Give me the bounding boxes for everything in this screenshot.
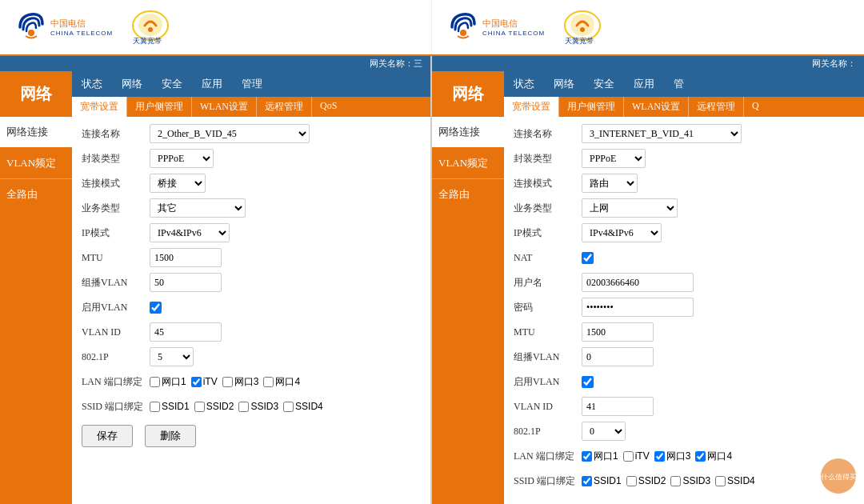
left-ip-select[interactable]: IPv4&IPv6 — [150, 223, 230, 242]
left-lan-port4[interactable]: 网口4 — [263, 375, 300, 389]
left-dot1p-select[interactable]: 5 — [150, 347, 194, 366]
left-nav-app[interactable]: 应用 — [192, 71, 232, 97]
right-mtu-input[interactable] — [582, 322, 654, 342]
svg-text:天翼宽带: 天翼宽带 — [565, 37, 594, 45]
right-enable-vlan-label: 启用VLAN — [514, 375, 582, 389]
left-sub-remote[interactable]: 远程管理 — [256, 97, 311, 117]
left-nav-network[interactable]: 网络 — [112, 71, 152, 97]
left-form-area: 连接名称 2_Other_B_VID_45 封装类型 PPPoE 连接模式 桥接 — [72, 117, 430, 504]
left-ssid4[interactable]: SSID4 — [283, 401, 323, 412]
right-sub-wlan[interactable]: WLAN设置 — [623, 97, 688, 117]
right-username-input[interactable] — [582, 273, 694, 292]
right-ssid1[interactable]: SSID1 — [582, 475, 622, 486]
left-ssid-ports: SSID1 SSID2 SSID3 SSID4 — [150, 401, 323, 412]
svg-point-6 — [580, 27, 585, 32]
right-vlan-id-input[interactable] — [582, 397, 654, 416]
left-ssid2[interactable]: SSID2 — [194, 401, 234, 412]
right-ssid3[interactable]: SSID3 — [670, 475, 710, 486]
right-service-select[interactable]: 上网 — [582, 198, 678, 218]
right-group-vlan-input[interactable] — [582, 347, 654, 366]
left-nav-status[interactable]: 状态 — [72, 71, 112, 97]
right-password-row: 密码 — [514, 297, 854, 318]
left-vlan-id-row: VLAN ID — [82, 322, 421, 342]
right-nav-app[interactable]: 应用 — [624, 71, 664, 97]
right-connection-name-select[interactable]: 3_INTERNET_B_VID_41 — [582, 124, 742, 143]
left-group-vlan-label: 组播VLAN — [82, 276, 150, 290]
left-service-select[interactable]: 其它 — [150, 198, 246, 218]
left-connection-name-select[interactable]: 2_Other_B_VID_45 — [150, 124, 310, 143]
left-sidebar-route[interactable]: 全路由 — [0, 179, 72, 210]
right-lan-bind-row: LAN 端口绑定 网口1 iTV 网口3 网口4 — [514, 446, 854, 466]
right-sub-user[interactable]: 用户侧管理 — [558, 97, 623, 117]
right-password-label: 密码 — [514, 301, 582, 314]
right-ssid2[interactable]: SSID2 — [626, 475, 666, 486]
right-sidebar-network[interactable]: 网络连接 — [432, 117, 504, 148]
left-group-vlan-input[interactable] — [150, 273, 222, 292]
right-lan-port4[interactable]: 网口4 — [695, 450, 732, 463]
right-gateway-label: 网关名称： — [812, 58, 856, 68]
left-mtu-row: MTU — [82, 247, 421, 268]
left-mtu-input[interactable] — [150, 248, 222, 267]
left-gateway-bar: 网关名称：三 — [0, 56, 430, 71]
left-nav-manage[interactable]: 管理 — [232, 71, 272, 97]
left-lan-ports: 网口1 iTV 网口3 网口4 — [150, 375, 300, 389]
right-connect-mode-select[interactable]: 路由 — [582, 174, 638, 193]
right-lan-port3[interactable]: 网口3 — [654, 450, 691, 463]
left-nav-security[interactable]: 安全 — [152, 71, 192, 97]
right-nav-security[interactable]: 安全 — [584, 71, 624, 97]
right-sub-remote[interactable]: 远程管理 — [688, 97, 743, 117]
left-connect-mode-select[interactable]: 桥接 — [150, 174, 206, 193]
right-ssid4[interactable]: SSID4 — [715, 475, 755, 486]
right-enable-vlan-row: 启用VLAN — [514, 371, 854, 392]
right-lan-itv[interactable]: iTV — [623, 450, 650, 462]
left-sub-qos[interactable]: QoS — [311, 97, 345, 117]
right-lan-port1[interactable]: 网口1 — [582, 450, 618, 463]
left-ssid3[interactable]: SSID3 — [238, 401, 278, 412]
left-panel: 网关名称：三 网络 状态 网络 安全 应用 管理 宽带设置 用户侧管理 — [0, 56, 432, 504]
left-ssid1[interactable]: SSID1 — [150, 401, 190, 412]
right-ip-select[interactable]: IPv4&IPv6 — [582, 223, 662, 242]
right-mtu-label: MTU — [514, 326, 582, 338]
right-ssid-bind-label: SSID 端口绑定 — [514, 474, 582, 488]
right-enable-vlan-checkbox[interactable] — [582, 376, 594, 388]
left-enable-vlan-checkbox[interactable] — [150, 302, 162, 314]
left-ip-mode-row: IP模式 IPv4&IPv6 — [82, 222, 421, 243]
right-sidebar-vlan[interactable]: VLAN频定 — [432, 148, 504, 179]
left-encap-label: 封装类型 — [82, 152, 150, 166]
left-sidebar-network[interactable]: 网络连接 — [0, 117, 72, 148]
left-sub-wlan[interactable]: WLAN设置 — [191, 97, 256, 117]
right-sub-broadband[interactable]: 宽带设置 — [504, 97, 558, 117]
right-tianyi-logo: 天翼宽带 — [561, 10, 605, 46]
right-ip-label: IP模式 — [514, 226, 582, 240]
svg-point-0 — [28, 30, 34, 36]
right-nav-status[interactable]: 状态 — [504, 71, 544, 97]
left-lan-port1[interactable]: 网口1 — [150, 375, 186, 389]
right-sub-q[interactable]: Q — [743, 97, 767, 117]
left-sidebar-vlan[interactable]: VLAN频定 — [0, 148, 72, 179]
right-service-type-row: 业务类型 上网 — [514, 198, 854, 218]
right-password-input[interactable] — [582, 298, 694, 317]
right-nav-network[interactable]: 网络 — [544, 71, 584, 97]
left-ssid-bind-label: SSID 端口绑定 — [82, 400, 150, 414]
left-delete-button[interactable]: 删除 — [145, 425, 196, 447]
left-tianyi-logo: 天翼宽带 — [129, 10, 173, 46]
right-sidebar-route[interactable]: 全路由 — [432, 179, 504, 210]
left-lan-itv[interactable]: iTV — [191, 376, 218, 387]
left-sub-user[interactable]: 用户侧管理 — [126, 97, 191, 117]
left-lan-port3[interactable]: 网口3 — [222, 375, 259, 389]
left-vlan-id-input[interactable] — [150, 322, 222, 342]
svg-text:天翼宽带: 天翼宽带 — [133, 37, 162, 45]
left-encap-select[interactable]: PPPoE — [150, 149, 214, 168]
svg-point-4 — [460, 30, 466, 36]
watermark: 什么值得买 — [819, 457, 858, 498]
right-ssid-bind-row: SSID 端口绑定 SSID1 SSID2 SSID3 SSID4 — [514, 470, 854, 491]
right-encap-select[interactable]: PPPoE — [582, 149, 646, 168]
right-nav-manage[interactable]: 管 — [664, 71, 694, 97]
right-dot1p-select[interactable]: 0 — [582, 422, 626, 441]
left-connect-mode-label: 连接模式 — [82, 177, 150, 190]
right-username-label: 用户名 — [514, 276, 582, 290]
right-nat-checkbox[interactable] — [582, 252, 594, 264]
left-sub-broadband[interactable]: 宽带设置 — [72, 97, 126, 117]
left-save-button[interactable]: 保存 — [82, 425, 133, 447]
left-connect-mode-row: 连接模式 桥接 — [82, 173, 421, 194]
